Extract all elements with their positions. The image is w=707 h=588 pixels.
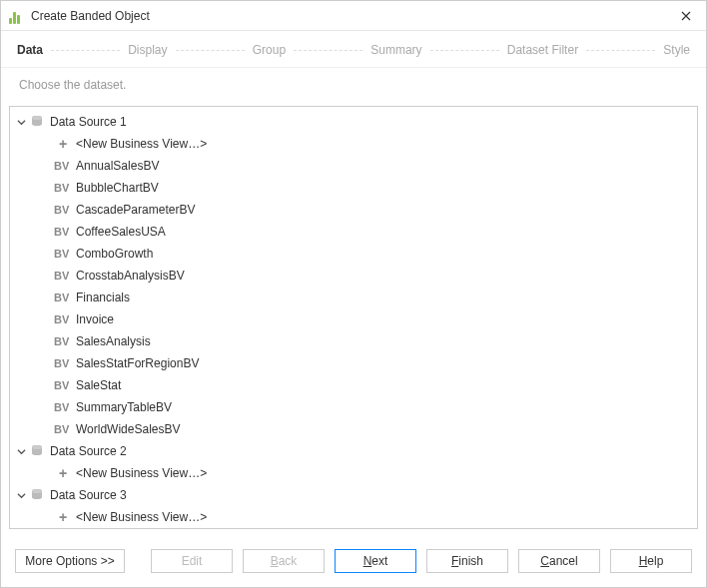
business-view-item[interactable]: BVFinancials [10, 287, 697, 308]
business-view-label: WorldWideSalesBV [76, 422, 180, 436]
business-view-item[interactable]: BVCoffeeSalesUSA [10, 221, 697, 243]
step-style[interactable]: Style [663, 43, 690, 57]
business-view-label: CascadeParameterBV [76, 203, 195, 217]
business-view-item[interactable]: BVAnnualSalesBV [10, 155, 697, 177]
bv-icon: BV [54, 313, 72, 325]
business-view-item[interactable]: BVCrosstabAnalysisBV [10, 265, 697, 287]
business-view-item[interactable]: BVCascadeParameterBV [10, 199, 697, 221]
hint-text: Choose the dataset. [1, 68, 706, 106]
svg-point-1 [32, 116, 42, 120]
business-view-label: SaleStat [76, 378, 121, 392]
plus-icon: + [54, 136, 72, 152]
bv-icon: BV [54, 226, 72, 238]
bv-icon: BV [54, 357, 72, 369]
business-view-item[interactable]: BVComboGrowth [10, 243, 697, 265]
dataset-panel: Data Source 1+<New Business View…>BVAnnu… [1, 106, 706, 539]
close-button[interactable] [672, 4, 700, 28]
data-source-node[interactable]: Data Source 3 [10, 484, 697, 506]
business-view-label: ComboGrowth [76, 247, 153, 261]
new-business-view-label: <New Business View…> [76, 137, 207, 151]
database-icon [28, 488, 46, 502]
new-business-view-label: <New Business View…> [76, 466, 207, 480]
bv-icon: BV [54, 423, 72, 435]
step-group[interactable]: Group [253, 43, 286, 57]
business-view-label: SalesStatForRegionBV [76, 356, 199, 370]
business-view-label: Financials [76, 291, 130, 304]
svg-point-5 [32, 489, 42, 493]
step-separator [586, 50, 655, 51]
business-view-item[interactable]: BVSaleStat [10, 374, 697, 396]
window-title: Create Banded Object [31, 9, 672, 23]
business-view-item[interactable]: BVInvoice [10, 308, 697, 330]
close-icon [681, 11, 691, 21]
edit-button: Edit [151, 549, 233, 573]
back-button: Back [243, 549, 325, 573]
svg-point-3 [32, 445, 42, 449]
bv-icon: BV [54, 335, 72, 347]
finish-button[interactable]: Finish [426, 549, 508, 573]
new-business-view-item[interactable]: +<New Business View…> [10, 133, 697, 155]
business-view-item[interactable]: BVSalesStatForRegionBV [10, 352, 697, 374]
cancel-button[interactable]: Cancel [518, 549, 600, 573]
business-view-label: CrosstabAnalysisBV [76, 269, 185, 283]
bv-icon: BV [54, 204, 72, 216]
bv-icon: BV [54, 401, 72, 413]
plus-icon: + [54, 465, 72, 481]
business-view-item[interactable]: BVSalesAnalysis [10, 330, 697, 352]
data-source-node[interactable]: Data Source 1 [10, 111, 697, 133]
wizard-steps: Data Display Group Summary Dataset Filte… [1, 31, 706, 68]
bv-icon: BV [54, 248, 72, 260]
business-view-label: SummaryTableBV [76, 400, 172, 414]
business-view-label: BubbleChartBV [76, 181, 159, 195]
new-business-view-label: <New Business View…> [76, 510, 207, 524]
data-source-label: Data Source 3 [50, 488, 127, 502]
new-business-view-item[interactable]: +<New Business View…> [10, 462, 697, 484]
new-business-view-item[interactable]: +<New Business View…> [10, 506, 697, 528]
chevron-down-icon[interactable] [16, 117, 26, 127]
step-separator [430, 50, 499, 51]
chevron-down-icon[interactable] [16, 446, 26, 456]
step-separator [51, 50, 120, 51]
bv-icon: BV [54, 182, 72, 194]
business-view-item[interactable]: BVSummaryTableBV [10, 396, 697, 418]
database-icon [28, 444, 46, 458]
step-dataset-filter[interactable]: Dataset Filter [507, 43, 578, 57]
chevron-down-icon[interactable] [16, 490, 26, 500]
step-data[interactable]: Data [17, 43, 43, 57]
business-view-label: SalesAnalysis [76, 334, 151, 348]
database-icon [28, 115, 46, 129]
bv-icon: BV [54, 292, 72, 303]
plus-icon: + [54, 509, 72, 525]
step-summary[interactable]: Summary [370, 43, 421, 57]
more-options-button[interactable]: More Options >> [15, 549, 125, 573]
step-separator [294, 50, 362, 51]
bv-icon: BV [54, 160, 72, 172]
bv-icon: BV [54, 379, 72, 391]
business-view-label: CoffeeSalesUSA [76, 225, 166, 239]
step-separator [176, 50, 245, 51]
data-source-label: Data Source 1 [50, 115, 127, 129]
next-button[interactable]: Next [335, 549, 416, 573]
data-source-node[interactable]: Data Source 2 [10, 440, 697, 462]
business-view-label: Invoice [76, 312, 114, 326]
business-view-item[interactable]: BVBubbleChartBV [10, 177, 697, 199]
help-button[interactable]: Help [610, 549, 692, 573]
bv-icon: BV [54, 270, 72, 282]
footer: More Options >> Edit Back Next Finish Ca… [1, 539, 706, 587]
step-display[interactable]: Display [128, 43, 167, 57]
business-view-label: AnnualSalesBV [76, 159, 159, 173]
dataset-tree[interactable]: Data Source 1+<New Business View…>BVAnnu… [9, 106, 698, 529]
business-view-item[interactable]: BVWorldWideSalesBV [10, 418, 697, 440]
data-source-label: Data Source 2 [50, 444, 127, 458]
titlebar: Create Banded Object [1, 1, 706, 31]
app-icon [9, 8, 25, 24]
